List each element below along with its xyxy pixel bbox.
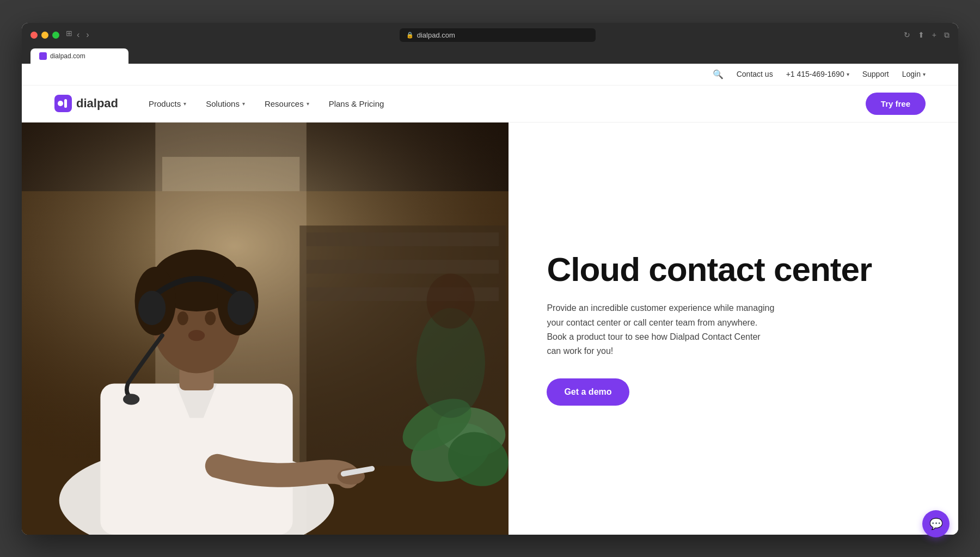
share-icon[interactable]: ⬆ — [918, 30, 924, 39]
reload-icon[interactable]: ↻ — [904, 30, 910, 39]
resources-chevron-icon: ▾ — [307, 101, 309, 107]
solutions-nav-item[interactable]: Solutions ▾ — [197, 95, 254, 113]
browser-tabs: dialpad.com — [30, 46, 950, 64]
sidebar-toggle-icon[interactable]: ⊞ — [66, 29, 72, 41]
maximize-button[interactable] — [52, 32, 59, 39]
nav-arrows: ⊞ ‹ › — [66, 29, 91, 41]
minimize-button[interactable] — [41, 32, 48, 39]
svg-point-24 — [177, 311, 188, 325]
lock-icon: 🔒 — [406, 32, 414, 39]
new-tab-icon[interactable]: + — [932, 30, 936, 39]
traffic-lights — [30, 32, 59, 39]
close-button[interactable] — [30, 32, 38, 39]
nav-items: Products ▾ Solutions ▾ Resources ▾ Plans… — [140, 95, 866, 113]
utility-bar: 🔍 Contact us +1 415-469-1690 ▾ Support L… — [22, 64, 958, 85]
support-link[interactable]: Support — [862, 70, 889, 78]
hero-title: Cloud contact center — [547, 251, 920, 288]
products-nav-item[interactable]: Products ▾ — [140, 95, 195, 113]
resources-nav-item[interactable]: Resources ▾ — [256, 95, 318, 113]
svg-rect-11 — [307, 260, 499, 273]
try-free-button[interactable]: Try free — [866, 93, 926, 115]
svg-rect-10 — [307, 232, 499, 246]
svg-rect-2 — [64, 99, 67, 108]
svg-point-29 — [123, 394, 139, 405]
login-chevron-icon: ▾ — [923, 71, 926, 77]
chat-widget-button[interactable]: 💬 — [922, 510, 950, 537]
browser-actions: ↻ ⬆ + ⧉ — [904, 30, 950, 40]
back-button[interactable]: ‹ — [75, 29, 82, 41]
hero-section: Cloud contact center Provide an incredib… — [22, 123, 958, 535]
svg-point-27 — [138, 291, 166, 325]
browser-titlebar: ⊞ ‹ › 🔒 dialpad.com ↻ ⬆ + ⧉ — [30, 28, 950, 42]
address-bar-container: 🔒 dialpad.com — [98, 28, 897, 42]
logo[interactable]: dialpad — [54, 95, 118, 112]
svg-point-28 — [228, 291, 255, 325]
main-navbar: dialpad Products ▾ Solutions ▾ Resources… — [22, 85, 958, 123]
hero-photo — [22, 123, 509, 535]
url-text: dialpad.com — [417, 31, 455, 39]
chat-icon: 💬 — [929, 517, 943, 530]
svg-point-1 — [58, 101, 63, 106]
logo-text: dialpad — [76, 96, 118, 111]
forward-button[interactable]: › — [84, 29, 91, 41]
logo-icon — [54, 95, 72, 112]
contact-us-link[interactable]: Contact us — [737, 70, 773, 78]
hero-image — [22, 123, 509, 535]
phone-chevron-icon: ▾ — [847, 71, 849, 77]
solutions-chevron-icon: ▾ — [242, 101, 245, 107]
address-bar[interactable]: 🔒 dialpad.com — [400, 28, 596, 42]
tab-label: dialpad.com — [50, 52, 85, 60]
svg-point-25 — [205, 311, 216, 325]
hero-illustration — [22, 123, 509, 535]
active-tab[interactable]: dialpad.com — [30, 48, 128, 64]
tabs-icon[interactable]: ⧉ — [944, 30, 950, 40]
pricing-nav-item[interactable]: Plans & Pricing — [320, 95, 393, 113]
login-link[interactable]: Login ▾ — [902, 70, 926, 78]
svg-point-33 — [427, 273, 475, 328]
svg-point-26 — [188, 330, 205, 341]
search-button[interactable]: 🔍 — [713, 69, 724, 79]
products-chevron-icon: ▾ — [183, 101, 186, 107]
website-content: 🔍 Contact us +1 415-469-1690 ▾ Support L… — [22, 64, 958, 535]
hero-content: Cloud contact center Provide an incredib… — [509, 123, 958, 535]
tab-favicon — [39, 52, 47, 60]
hero-description: Provide an incredible customer experienc… — [547, 301, 775, 359]
get-demo-button[interactable]: Get a demo — [547, 378, 629, 406]
phone-number[interactable]: +1 415-469-1690 ▾ — [786, 70, 849, 78]
browser-chrome: ⊞ ‹ › 🔒 dialpad.com ↻ ⬆ + ⧉ dialpad.com — [22, 23, 958, 64]
